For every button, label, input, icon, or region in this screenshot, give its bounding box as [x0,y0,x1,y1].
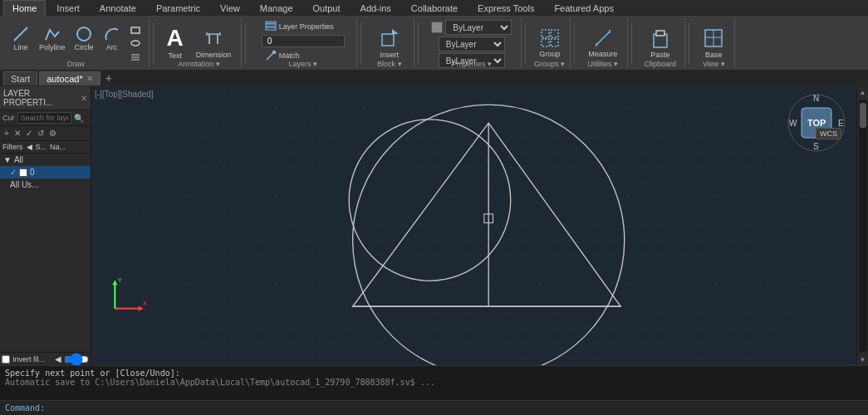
svg-marker-18 [392,29,399,34]
search-icon[interactable]: 🔍 [74,114,84,123]
current-layer-btn[interactable]: ✓ [24,128,34,139]
layer-search-input[interactable] [17,112,71,124]
hatch-button[interactable] [127,51,144,62]
text-button[interactable]: A Text [162,21,189,66]
settings-btn[interactable]: ⚙ [47,128,58,139]
command-input[interactable] [45,403,863,413]
layer-panel-title-text: LAYER PROPERTI... [3,89,81,107]
tab-collaborate[interactable]: Collaborate [402,0,467,16]
insert-label: Insert [380,51,400,59]
delete-layer-btn[interactable]: ✕ [12,128,22,139]
tab-featuredapps[interactable]: Featured Apps [545,0,623,16]
color-dropdown[interactable]: ByLayer [445,20,512,35]
layer-properties-label: Layer Properties [279,22,334,31]
match-icon [265,50,277,61]
svg-rect-17 [382,34,394,46]
panel-width-slider[interactable] [64,355,89,364]
arc-button[interactable]: Arc [100,23,125,63]
scroll-track[interactable] [859,100,867,352]
svg-rect-27 [656,31,664,36]
app: Home Insert Annotate Parametric View Man… [0,0,868,415]
tab-start[interactable]: Start [3,71,37,85]
ribbon-group-groups: Group Groups ▾ [529,18,571,68]
arc-label: Arc [106,43,118,51]
ellipse-icon [130,38,140,48]
svg-text:X: X [143,300,147,307]
tab-insert[interactable]: Insert [47,0,89,16]
tab-autocad[interactable]: autocad* ✕ [39,71,100,85]
measure-button[interactable]: Measure [583,21,622,66]
check-icon: ✓ [10,168,17,177]
work-area: LAYER PROPERTI... ✕ Cur 🔍 + ✕ ✓ ↺ ⚙ Filt… [0,86,868,365]
ribbon-tabs-row: Home Insert Annotate Parametric View Man… [0,0,868,17]
line-button[interactable]: Line [8,23,33,63]
tab-manage[interactable]: Manage [251,0,302,16]
refresh-btn[interactable]: ↺ [36,128,46,139]
separator-2 [245,22,246,64]
dimension-button[interactable]: Dimension [191,21,237,66]
clipboard-group-label: Clipboard [645,60,677,68]
linetype-dropdown[interactable]: ByLayer [439,37,505,51]
paste-button[interactable]: Paste [645,21,676,66]
group-button[interactable]: Group [534,21,565,66]
layer-bottom: Invert fil... ◀ [0,352,91,365]
svg-text:N: N [813,94,819,103]
hatch-icon [130,51,140,61]
tab-output[interactable]: Output [304,0,350,16]
layer-panel-close-icon[interactable]: ✕ [81,94,87,103]
separator-1 [153,22,154,64]
tab-view[interactable]: View [211,0,249,16]
viewport[interactable]: [-][Top][Shaded] N S E W TOP [91,86,856,365]
color-row: ByLayer [431,20,512,35]
ribbon-content: Line Polyline Circle Arc [0,17,868,70]
line-icon [12,25,30,43]
ellipse-button[interactable] [127,37,144,49]
properties-group-label: Properties ▾ [452,60,493,68]
separator-7 [631,22,632,64]
layer-properties-button[interactable]: Layer Properties [262,20,337,33]
invert-filter-checkbox[interactable] [2,355,10,364]
tab-add-button[interactable]: + [102,71,115,85]
rectangle-button[interactable] [127,24,144,36]
minimize-icon[interactable]: ◀ [55,354,61,364]
ribbon-group-clipboard: Paste Clipboard [635,18,685,68]
circle-button[interactable]: Circle [71,23,97,63]
scroll-down[interactable]: ▼ [857,354,869,365]
line-label: Line [13,43,27,51]
tab-annotate[interactable]: Annotate [91,0,145,16]
insert-button[interactable]: Insert [374,21,405,66]
dimension-icon [203,27,224,49]
ribbon-group-draw: Line Polyline Circle Arc [3,18,150,68]
utilities-group-label: Utilities ▾ [588,60,619,68]
tab-parametric[interactable]: Parametric [147,0,209,16]
ribbon-group-layers: Layer Properties 0 [249,18,357,68]
wcs-label[interactable]: WCS [816,128,841,139]
tab-expresstools[interactable]: Express Tools [468,0,543,16]
svg-text:Y: Y [118,276,122,284]
layer-row-1: Layer Properties [262,20,337,33]
tab-home[interactable]: Home [3,0,46,16]
layer-0[interactable]: ✓ 0 [0,166,91,178]
layer-allused[interactable]: All Us... [0,178,91,191]
tab-autocad-close[interactable]: ✕ [86,74,93,83]
svg-text:W: W [789,119,797,128]
new-layer-btn[interactable]: + [2,128,11,139]
nav-cube[interactable]: N S E W TOP [787,93,846,153]
tab-start-label: Start [11,74,30,84]
separator-3 [360,22,361,64]
scroll-up[interactable]: ▲ [857,86,869,98]
base-button[interactable]: Base [698,21,729,66]
svg-rect-21 [542,39,549,46]
layer-0-color [19,168,27,177]
filters-collapse[interactable]: ◀ [27,143,32,151]
separator-4 [418,22,419,64]
polyline-button[interactable]: Polyline [36,23,69,63]
polyline-label: Polyline [39,43,66,51]
layer-filters: Filters ◀ S... Na... [0,141,91,154]
ribbon-group-utilities: Measure Utilities ▾ [578,18,628,68]
layer-name-dropdown[interactable]: 0 [262,35,345,47]
nav-cube-svg: N S E W TOP [787,93,846,153]
layer-all[interactable]: ▼ All [0,154,91,166]
tab-addins[interactable]: Add-ins [351,0,400,16]
dimension-label: Dimension [196,51,232,59]
